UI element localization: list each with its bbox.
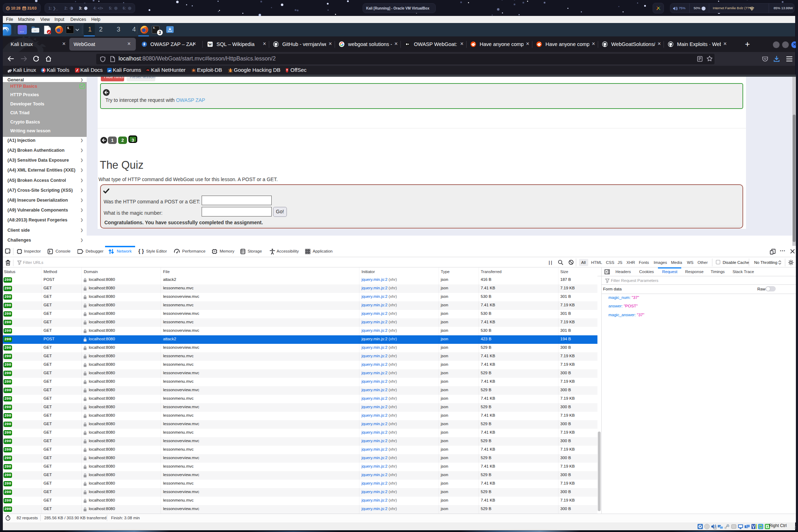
svg-text:W: W [208, 42, 212, 46]
